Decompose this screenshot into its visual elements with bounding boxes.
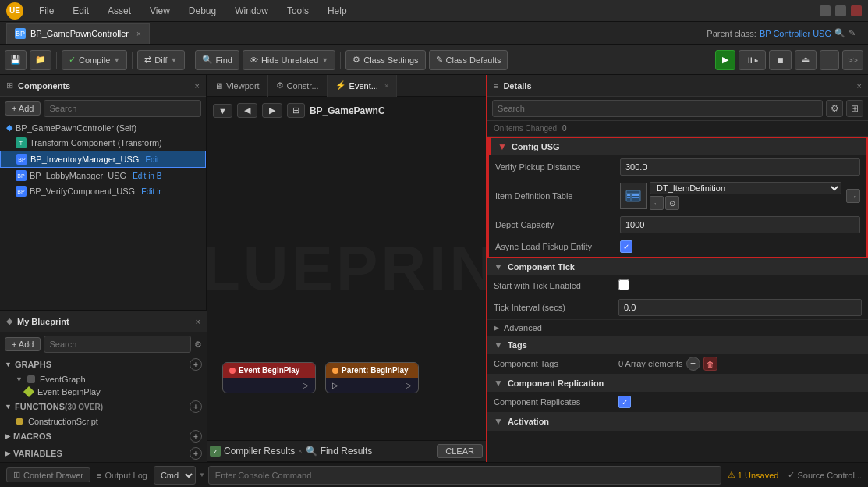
hide-dropdown-icon[interactable]: ▼ [321, 56, 328, 64]
find-button[interactable]: 🔍 Find [195, 50, 239, 70]
find-results-tab[interactable]: Find Results [321, 446, 373, 457]
component-replication-header[interactable]: ▼ Component Replication [487, 375, 868, 392]
tree-item-transform[interactable]: T Transform Component (Transform) [0, 135, 206, 151]
parent-class-link[interactable]: BP Controller USG [760, 29, 831, 38]
nav-arrow-down[interactable]: ▼ [213, 104, 232, 118]
async-load-checkbox[interactable]: ✓ [620, 240, 632, 253]
start-tick-checkbox[interactable] [618, 279, 629, 290]
minimize-btn[interactable] [820, 5, 831, 16]
close-btn[interactable] [851, 5, 862, 16]
menu-view[interactable]: View [147, 4, 173, 18]
pause-play-button[interactable]: ⏸▶ [739, 50, 766, 70]
edit-parent-icon[interactable]: ✎ [849, 28, 856, 38]
output-log-button[interactable]: ≡ Output Log [97, 471, 147, 480]
viewport-area[interactable]: BLUEPRINT ▼ ◀ ▶ ⊞ BP_GamePawnC Event Beg… [207, 97, 486, 440]
variables-section[interactable]: ▶ VARIABLES + [0, 445, 207, 462]
source-control-button[interactable]: ✓ Source Control... [788, 470, 862, 480]
hide-unrelated-button[interactable]: 👁 Hide Unrelated ▼ [243, 50, 335, 70]
tags-header[interactable]: ▼ Tags [487, 336, 868, 354]
component-replicates-checkbox[interactable]: ✓ [618, 396, 631, 408]
maximize-btn[interactable] [835, 5, 846, 16]
console-input[interactable] [208, 466, 721, 485]
constr-tab[interactable]: ⚙ Constr... [268, 75, 328, 97]
class-defaults-button[interactable]: ✎ Class Defaults [429, 50, 508, 70]
tree-item-inventory[interactable]: BP BP_InventoryManager_USG Edit [0, 151, 206, 168]
my-blueprint-add-button[interactable]: + Add [5, 337, 41, 351]
inventory-edit-link[interactable]: Edit [145, 155, 158, 164]
nav-forward-btn[interactable]: ▶ [262, 103, 282, 118]
menu-tools[interactable]: Tools [284, 4, 312, 18]
my-blueprint-settings-icon[interactable]: ⚙ [194, 339, 202, 350]
tags-add-button[interactable]: + [686, 357, 700, 371]
viewport-tab[interactable]: 🖥 Viewport [207, 75, 268, 97]
tree-item-verify[interactable]: BP BP_VerifyComponent_USG Edit ir [0, 183, 206, 199]
depot-capacity-input[interactable] [620, 216, 860, 233]
eject-button[interactable]: ⏏ [795, 50, 817, 70]
functions-section[interactable]: ▼ FUNCTIONS (30 OVER) + [0, 398, 207, 415]
parent-begin-play-node[interactable]: Parent: BeginPlay ▷▷ [325, 362, 419, 393]
unsaved-badge[interactable]: ⚠ 1 Unsaved [728, 470, 779, 480]
verify-edit-link[interactable]: Edit ir [141, 187, 161, 196]
tags-delete-button[interactable]: 🗑 [703, 357, 717, 371]
tree-item-self[interactable]: ◆ BP_GamePawnController (Self) [0, 120, 206, 135]
components-close[interactable]: × [195, 81, 200, 91]
browse-button[interactable]: 📁 [30, 50, 51, 70]
menu-help[interactable]: Help [324, 4, 350, 18]
more-toolbar-button[interactable]: ⋯ [820, 50, 839, 70]
content-drawer-button[interactable]: ⊞ Content Drawer [6, 467, 90, 482]
compiler-tab-close[interactable]: × [298, 447, 302, 455]
menu-debug[interactable]: Debug [186, 4, 219, 18]
config-usg-header[interactable]: ▼ Config USG [489, 138, 866, 155]
graphs-add-button[interactable]: + [190, 358, 202, 371]
item-def-use-btn[interactable]: ⊙ [665, 196, 679, 210]
diff-button[interactable]: ⇄ Diff ▼ [137, 50, 184, 70]
advanced-row[interactable]: ▶ Advanced [487, 320, 868, 336]
components-search[interactable] [44, 100, 201, 117]
variables-add-button[interactable]: + [190, 447, 202, 460]
nav-layout-btn[interactable]: ⊞ [287, 103, 305, 118]
menu-file[interactable]: File [36, 4, 57, 18]
event-begin-play-node[interactable]: Event BeginPlay ▷ [222, 362, 316, 393]
item-def-select[interactable]: DT_ItemDefinition [650, 182, 841, 194]
activation-header[interactable]: ▼ Activation [487, 413, 868, 430]
active-tab[interactable]: BP BP_GamePawnController × [6, 23, 150, 44]
compiler-results-tab[interactable]: Compiler Results [224, 446, 295, 457]
event-begin-play-item[interactable]: Event BeginPlay [0, 386, 207, 398]
compile-button[interactable]: ✓ Compile ▼ [62, 50, 127, 70]
save-button[interactable]: 💾 [5, 50, 27, 70]
macros-section[interactable]: ▶ MACROS + [0, 428, 207, 445]
cmd-select[interactable]: Cmd [154, 466, 196, 485]
tree-item-lobby[interactable]: BP BP_LobbyManager_USG Edit in B [0, 168, 206, 183]
compile-dropdown-icon[interactable]: ▼ [113, 56, 120, 64]
details-search-input[interactable] [492, 100, 823, 117]
construction-script-item[interactable]: ConstructionScript [0, 415, 207, 428]
menu-edit[interactable]: Edit [69, 4, 92, 18]
event-tab-close[interactable]: × [384, 82, 388, 90]
verify-pickup-input[interactable] [620, 158, 860, 176]
functions-add-button[interactable]: + [190, 400, 202, 413]
event-tab[interactable]: ⚡ Event... × [328, 75, 398, 97]
stop-button[interactable]: ⏹ [769, 50, 792, 70]
macros-add-button[interactable]: + [190, 430, 202, 443]
item-def-nav-btn[interactable]: ← [650, 196, 664, 210]
clear-button[interactable]: CLEAR [437, 444, 483, 458]
tick-interval-input[interactable] [618, 299, 862, 316]
details-settings-btn[interactable]: ⚙ [826, 100, 843, 117]
my-blueprint-close[interactable]: × [196, 317, 200, 326]
details-close[interactable]: × [857, 81, 862, 91]
details-expand-btn[interactable]: ⊞ [846, 100, 863, 117]
class-settings-button[interactable]: ⚙ Class Settings [345, 50, 425, 70]
graphs-section[interactable]: ▼ GRAPHS + [0, 356, 207, 373]
components-add-button[interactable]: + Add [5, 101, 41, 116]
search-parent-icon[interactable]: 🔍 [834, 28, 845, 38]
diff-dropdown-icon[interactable]: ▼ [171, 56, 178, 64]
lobby-edit-link[interactable]: Edit in B [133, 172, 161, 180]
my-blueprint-search[interactable] [44, 336, 191, 353]
nav-back-btn[interactable]: ◀ [237, 103, 257, 118]
tab-close-btn[interactable]: × [136, 30, 141, 38]
menu-asset[interactable]: Asset [105, 4, 134, 18]
expand-toolbar-button[interactable]: >> [842, 50, 863, 70]
component-tick-header[interactable]: ▼ Component Tick [487, 258, 868, 275]
menu-window[interactable]: Window [232, 4, 271, 18]
play-button[interactable]: ▶ [715, 50, 735, 70]
